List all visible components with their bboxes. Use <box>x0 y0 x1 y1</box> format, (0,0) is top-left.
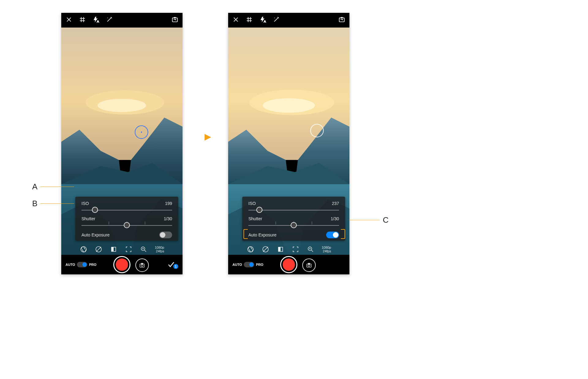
resolution-indicator[interactable]: 1080p24fps <box>155 246 164 253</box>
auto-exposure-label: Auto Exposure <box>81 232 110 237</box>
shutter-value: 1/30 <box>331 216 339 221</box>
flash-auto-icon[interactable]: A <box>259 16 266 24</box>
pro-tools-row: 1080p24fps <box>61 243 183 255</box>
switch-camera-icon[interactable] <box>338 16 345 24</box>
callout-c-highlight <box>341 229 345 239</box>
phone-screenshot-before: A ISO 199 Shutter 1/30 <box>61 13 183 274</box>
close-icon[interactable] <box>232 16 239 24</box>
metering-reticle[interactable] <box>310 124 324 137</box>
svg-text:A: A <box>97 20 99 23</box>
shutter-bar: AUTO PRO <box>228 255 349 274</box>
grid-icon[interactable] <box>79 16 86 24</box>
iso-value: 199 <box>165 201 172 206</box>
focus-reticle[interactable] <box>135 125 148 139</box>
exposure-comp-icon[interactable] <box>95 245 102 253</box>
auto-exposure-toggle[interactable] <box>326 232 339 238</box>
svg-point-16 <box>263 98 315 113</box>
zoom-tool-icon[interactable] <box>307 245 314 253</box>
shutter-value: 1/30 <box>164 216 172 221</box>
magic-wand-icon[interactable] <box>106 16 113 24</box>
grid-icon[interactable] <box>246 16 253 24</box>
gallery-button[interactable]: 1 <box>167 260 178 269</box>
svg-rect-20 <box>339 18 345 22</box>
still-capture-button[interactable] <box>302 258 316 272</box>
auto-pro-toggle[interactable]: AUTO PRO <box>66 262 96 267</box>
iso-slider-thumb[interactable] <box>92 207 98 213</box>
shutter-label: Shutter <box>248 216 262 221</box>
svg-text:A: A <box>264 20 266 23</box>
close-icon[interactable] <box>66 16 72 24</box>
callout-a: A <box>32 182 74 191</box>
white-balance-icon[interactable] <box>110 245 117 253</box>
iso-label: ISO <box>81 201 89 206</box>
iso-slider-thumb[interactable] <box>256 207 262 213</box>
shutter-slider[interactable] <box>81 221 172 229</box>
svg-point-19 <box>274 18 275 18</box>
shutter-slider-thumb[interactable] <box>124 222 130 228</box>
record-button[interactable] <box>280 256 297 273</box>
aperture-tool-icon[interactable] <box>247 245 254 253</box>
pro-tools-row: 1080p24fps <box>228 243 349 255</box>
focus-tool-icon[interactable] <box>292 245 299 253</box>
shutter-slider-thumb[interactable] <box>291 222 297 228</box>
svg-rect-6 <box>172 18 178 22</box>
resolution-indicator[interactable]: 1080p24fps <box>322 246 331 253</box>
gallery-count-badge: 1 <box>173 264 178 269</box>
svg-point-5 <box>107 18 108 18</box>
auto-pro-toggle[interactable]: AUTO PRO <box>232 262 263 267</box>
callout-c-highlight <box>243 229 248 239</box>
shutter-slider[interactable] <box>248 221 339 229</box>
iso-slider[interactable] <box>248 206 339 214</box>
camera-top-bar: A <box>61 13 183 28</box>
svg-point-13 <box>141 265 143 267</box>
svg-point-2 <box>98 99 146 112</box>
iso-slider[interactable] <box>81 206 172 214</box>
svg-point-27 <box>308 265 310 267</box>
still-capture-button[interactable] <box>135 258 149 272</box>
exposure-panel: ISO 199 Shutter 1/30 Auto Exposure <box>75 197 178 241</box>
iso-value: 237 <box>332 201 339 206</box>
camera-top-bar: A <box>228 13 349 28</box>
focus-tool-icon[interactable] <box>125 245 132 253</box>
svg-rect-10 <box>111 247 114 251</box>
magic-wand-icon[interactable] <box>273 16 280 24</box>
callout-c: C <box>349 215 389 225</box>
iso-label: ISO <box>248 201 256 206</box>
switch-camera-icon[interactable] <box>172 16 178 24</box>
flash-auto-icon[interactable]: A <box>92 16 99 24</box>
shutter-bar: AUTO PRO 1 <box>61 255 183 274</box>
shutter-label: Shutter <box>81 216 95 221</box>
phone-screenshot-after: A ISO 237 Shutter 1/30 <box>228 13 349 274</box>
exposure-panel: ISO 237 Shutter 1/30 Auto Exposure <box>242 197 345 241</box>
svg-rect-24 <box>278 247 281 251</box>
record-button[interactable] <box>113 256 130 273</box>
transition-arrow-icon: ▶ <box>205 132 211 142</box>
zoom-tool-icon[interactable] <box>140 245 147 253</box>
exposure-comp-icon[interactable] <box>262 245 269 253</box>
auto-exposure-label: Auto Exposure <box>248 232 277 237</box>
callout-b: B <box>32 199 74 208</box>
white-balance-icon[interactable] <box>277 245 284 253</box>
aperture-tool-icon[interactable] <box>80 245 87 253</box>
auto-exposure-toggle[interactable] <box>159 232 172 238</box>
